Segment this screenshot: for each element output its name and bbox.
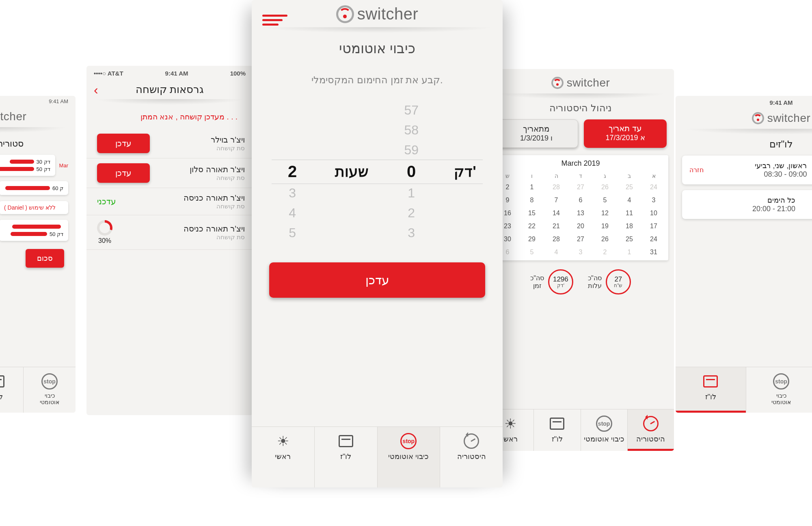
usage-card: דק 50 <box>0 220 68 241</box>
brand: switcher <box>252 0 503 27</box>
schedule-item[interactable]: חזרה ראשון, שני, רביעי 08:30 - 09:00 › <box>682 156 812 184</box>
schedule-list: חזרה ראשון, שני, רביעי 08:30 - 09:00 › כ… <box>676 156 812 219</box>
calendar-day[interactable]: 1 <box>520 181 544 194</box>
schedule-time: 20:00 - 21:00 <box>752 205 795 213</box>
tab-schedule[interactable]: לו"ז <box>533 409 580 451</box>
page-title: ניהול היסטוריה <box>487 102 674 114</box>
summary: סה"כזמן 1296 דק' סה"כעלות 27 ש"ח <box>487 269 674 294</box>
calendar-day[interactable]: 10 <box>641 207 666 220</box>
schedule-item[interactable]: כל הימים 20:00 - 21:00 › <box>682 190 812 219</box>
calendar-day[interactable]: 4 <box>544 246 568 259</box>
calendar-day[interactable]: 28 <box>544 233 568 246</box>
calendar-day[interactable]: 15 <box>520 207 544 220</box>
summary-time: סה"כזמן 1296 דק' <box>530 269 573 294</box>
calendar-day[interactable]: 8 <box>520 194 544 207</box>
calendar-day[interactable]: 20 <box>568 220 593 233</box>
from-date-button[interactable]: מתאריך ו 1/3/2019 <box>495 119 578 148</box>
calendar-day[interactable]: 2 <box>593 246 617 259</box>
calendar-day[interactable]: 3 <box>568 246 593 259</box>
update-button[interactable]: עדכן <box>97 134 150 153</box>
calendar-day[interactable]: 5 <box>593 194 617 207</box>
calendar-day[interactable]: 25 <box>617 233 641 246</box>
minutes-column[interactable]: 5758590123 <box>397 100 425 243</box>
tab-auto-off[interactable]: stop כיבוי אוטומטי <box>377 427 440 487</box>
calendar-day[interactable]: 26 <box>593 181 617 194</box>
calendar-day[interactable]: 21 <box>544 220 568 233</box>
tab-schedule[interactable]: לו"ז <box>314 427 377 487</box>
calendar-day[interactable]: 28 <box>544 181 568 194</box>
stop-icon: stop <box>596 416 612 432</box>
tab-auto-off[interactable]: stop כיבוי אוטומטי <box>746 367 812 413</box>
page-title: גרסאות קושחה <box>136 83 204 96</box>
tab-schedule[interactable]: לו"ז <box>676 367 746 413</box>
calendar-day[interactable]: 29 <box>520 233 544 246</box>
calendar-day[interactable]: 27 <box>568 181 593 194</box>
calendar-icon <box>0 375 4 387</box>
calendar-day[interactable]: 18 <box>617 220 641 233</box>
phone-schedules: 9:41 AM switcher לו"זים חזרה ראשון, שני,… <box>676 96 812 413</box>
page-description: קבע את זמן החימום המקסימלי. <box>252 74 503 86</box>
calendar-day[interactable]: 3 <box>641 194 666 207</box>
device-sub: סת קושחה <box>190 174 245 182</box>
tab-history[interactable]: היסטוריה <box>627 409 674 451</box>
calendar-day[interactable]: 17 <box>641 220 666 233</box>
history-row: 22/03 :00 pm דק 30דק 50 Mar <box>0 152 76 178</box>
brand-text: switcher <box>767 112 811 125</box>
calendar-day[interactable]: 12 <box>593 207 617 220</box>
divider-shadow <box>495 93 666 99</box>
update-button[interactable]: עדכן <box>269 262 485 298</box>
calendar-day[interactable]: 24 <box>641 233 666 246</box>
switcher-logo-icon <box>336 5 354 23</box>
to-date-button[interactable]: עד תאריך א 17/3/2019 <box>584 119 667 148</box>
calendar-day[interactable]: 31 <box>641 246 666 259</box>
calendar-day[interactable]: 6 <box>568 194 593 207</box>
status-time: 9:41 AM <box>165 70 188 77</box>
time-picker[interactable]: 2345 שעות 5758590123 דק' <box>252 96 503 247</box>
navbar: ‹ גרסאות קושחה <box>86 78 253 99</box>
brand: switcher <box>487 69 674 93</box>
updating-message: מעדכן קושחה , אנא המתן . . . <box>86 107 253 129</box>
update-button[interactable]: עדכן <box>97 163 150 183</box>
schedule-time: 08:30 - 09:00 <box>755 170 807 179</box>
device-sub: סת קושחה <box>184 234 245 241</box>
tab-main[interactable]: ראשי <box>252 427 314 487</box>
tab-auto-off[interactable]: stop כיבוי אוטומטי <box>23 367 76 413</box>
history-icon <box>464 433 479 449</box>
divider-shadow <box>260 27 495 33</box>
calendar-day[interactable]: 22 <box>520 220 544 233</box>
calendar-day[interactable]: 24 <box>641 181 666 194</box>
calendar-day[interactable]: 11 <box>617 207 641 220</box>
summary-time-ring: 1296 דק' <box>548 269 573 294</box>
sun-icon <box>504 416 516 432</box>
history-row: 19/03 :00 pm דק 50 <box>0 217 76 243</box>
calendar-icon <box>703 375 718 387</box>
firmware-list: עדכן ויצ'ר בוילר סת קושחה עדכן ויצ'ר תאו… <box>86 129 253 250</box>
tabbar: ראש לו"ז stop כיבוי אוטומטי היסטוריה <box>487 409 674 451</box>
calendar-day[interactable]: 4 <box>617 194 641 207</box>
calendar-day[interactable]: 1 <box>617 246 641 259</box>
tab-auto-off[interactable]: stop כיבוי אוטומטי <box>581 409 627 451</box>
summary-button[interactable]: סכום <box>26 249 64 268</box>
calendar-day[interactable]: 14 <box>544 207 568 220</box>
calendar-day[interactable]: 27 <box>568 233 593 246</box>
calendar-day[interactable]: 13 <box>568 207 593 220</box>
schedule-days: ראשון, שני, רביעי <box>755 161 807 170</box>
calendar-day[interactable]: 19 <box>593 220 617 233</box>
calendar-day[interactable]: 5 <box>520 246 544 259</box>
calendar[interactable]: March 2019 אבגדהוש 242526272812345678910… <box>493 155 668 260</box>
tab-history[interactable]: היסטוריה <box>440 427 503 487</box>
device-sub: סת קושחה <box>184 203 245 210</box>
sun-icon <box>277 433 289 449</box>
calendar-day[interactable]: 25 <box>617 181 641 194</box>
calendar-day[interactable]: 26 <box>593 233 617 246</box>
divider-shadow <box>684 129 812 134</box>
stop-icon: stop <box>773 373 789 390</box>
back-button[interactable]: ‹ <box>94 83 98 96</box>
progress: 30% <box>97 220 112 245</box>
status-bar: 9:41 AM <box>676 96 812 107</box>
tabbar: ראשי לו"ז stop כיבוי אוטומטי היסטוריה <box>252 426 503 487</box>
hours-column[interactable]: 2345 <box>278 100 307 243</box>
status-bar: ••••○ AT&T 9:41 AM 100% <box>86 66 253 78</box>
tab-schedule[interactable]: לו"ז <box>0 367 23 413</box>
calendar-day[interactable]: 7 <box>544 194 568 207</box>
